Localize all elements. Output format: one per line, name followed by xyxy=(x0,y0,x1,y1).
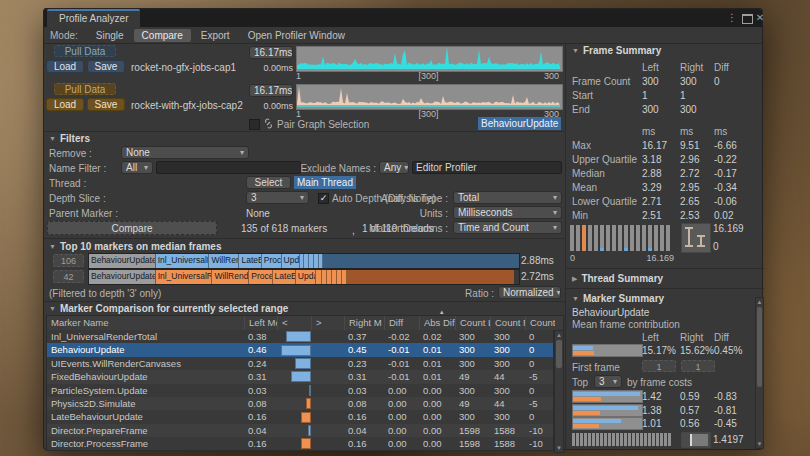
scroll-up-icon[interactable]: ▲ xyxy=(756,299,763,305)
column-header-count-r[interactable]: Count R xyxy=(490,316,525,331)
marker-summary-histogram[interactable] xyxy=(572,432,672,446)
comparison-bar xyxy=(295,358,311,369)
value-cell: 0 xyxy=(525,330,554,343)
pair-graph-checkbox[interactable] xyxy=(249,119,260,130)
units-dropdown[interactable]: Milliseconds▾ xyxy=(453,206,562,219)
column-header-diff[interactable]: Diff xyxy=(384,316,419,331)
menu-icon[interactable]: ⋮ xyxy=(726,9,738,27)
scroll-down-icon[interactable]: ▼ xyxy=(756,441,763,447)
top10-value-left: 2.88ms xyxy=(521,254,554,267)
window-titlebar[interactable]: Profile Analyzer ⋮ ✕ xyxy=(44,9,762,27)
column-header-left-me[interactable]: Left Me xyxy=(244,316,277,331)
load-button-left[interactable]: Load xyxy=(46,60,84,73)
column-header--[interactable]: > xyxy=(311,316,344,331)
frame-graph-left[interactable] xyxy=(296,46,563,72)
marker-summary-scrollbar[interactable]: ▲ ▼ xyxy=(755,297,764,449)
compare-button[interactable]: Compare xyxy=(47,221,217,235)
name-filter-mode-dropdown[interactable]: All▾ xyxy=(121,161,153,174)
column-header-marker-name[interactable]: Marker Name xyxy=(47,316,244,331)
stat-right: 2.53 xyxy=(680,209,699,222)
top10-header[interactable]: ▼Top 10 markers on median frames xyxy=(49,241,221,252)
value-cell: 300 xyxy=(490,343,525,356)
column-header-right-m[interactable]: Right M xyxy=(344,316,384,331)
scroll-up-icon[interactable]: ▲ xyxy=(555,332,563,338)
table-row[interactable]: LateBehaviourUpdate0.160.160.000.0030030… xyxy=(47,410,553,423)
table-row[interactable]: Inl_UniversalRenderTotal0.380.37-0.020.0… xyxy=(47,330,553,343)
table-row[interactable]: Director.PrepareFrame0.040.040.000.00159… xyxy=(47,424,553,437)
table-row[interactable]: BehaviourUpdate0.460.45-0.010.013003000 xyxy=(47,343,553,356)
stat-label: End xyxy=(572,103,590,116)
frame-summary-boxplot[interactable] xyxy=(681,223,711,253)
pull-data-button-right[interactable]: Pull Data xyxy=(54,83,116,95)
frame-graph-right[interactable] xyxy=(296,84,563,110)
top10-bar-left[interactable]: BehaviourUpdateInl_UniversalRWillRenLate… xyxy=(88,253,520,269)
table-row[interactable]: Physics2D.Simulate0.080.080.000.004944-5 xyxy=(47,397,553,410)
mode-single[interactable]: Single xyxy=(88,29,132,42)
load-button-right[interactable]: Load xyxy=(46,98,84,111)
y-axis-scale-dropdown-right[interactable]: 16.17ms▾ xyxy=(249,84,293,97)
depth-slice-dropdown[interactable]: 3▾ xyxy=(246,191,309,204)
table-row[interactable]: ParticleSystem.Update0.030.030.000.00300… xyxy=(47,384,553,397)
value-cell: -10 xyxy=(525,424,554,437)
first-frame-button-right[interactable]: 1 xyxy=(681,360,715,372)
auto-depth-checkbox[interactable]: ✓ xyxy=(318,193,329,204)
selected-marker-chip[interactable]: BehaviourUpdate xyxy=(478,117,561,130)
value-cell: 0.16 xyxy=(344,437,384,450)
thread-select-button[interactable]: Select xyxy=(246,176,291,189)
column-header-count-l[interactable]: Count L xyxy=(455,316,490,331)
value-cell: 300 xyxy=(455,330,490,343)
exclude-mode-dropdown[interactable]: Any▾ xyxy=(379,161,409,174)
comparison-header[interactable]: ▼Marker Comparison for currently selecte… xyxy=(49,303,288,314)
thread-summary-header[interactable]: ▶Thread Summary xyxy=(572,273,663,284)
top10-bar-right[interactable]: BehaviourUpdateInl_UniversalReWillRendeP… xyxy=(88,269,520,285)
column-header-count-d[interactable]: Count D xyxy=(525,316,555,331)
mode-compare[interactable]: Compare xyxy=(134,29,191,42)
y-axis-scale-dropdown-left[interactable]: 16.17ms▾ xyxy=(249,46,293,59)
mode-export[interactable]: Export xyxy=(193,29,238,42)
mode-open-profiler-window[interactable]: Open Profiler Window xyxy=(240,29,353,42)
maximize-icon[interactable] xyxy=(742,14,753,24)
value-cell: -5 xyxy=(525,397,554,410)
thread-value-chip[interactable]: Main Thread xyxy=(294,176,356,189)
value-cell xyxy=(311,343,344,356)
top10-frame-count-left[interactable]: 106 xyxy=(53,254,84,267)
top-n-dropdown[interactable]: 3▾ xyxy=(594,375,622,388)
first-frame-button-left[interactable]: 1 xyxy=(642,360,676,372)
value-cell: 0.00 xyxy=(384,437,419,450)
name-filter-input[interactable] xyxy=(156,161,301,174)
column-header--[interactable]: < xyxy=(277,316,311,331)
pull-data-button-left[interactable]: Pull Data xyxy=(54,45,116,57)
frame-summary-histogram[interactable] xyxy=(570,223,674,251)
table-row[interactable]: Director.ProcessFrame0.160.160.000.00159… xyxy=(47,437,553,450)
save-button-right[interactable]: Save xyxy=(87,98,125,111)
remove-dropdown[interactable]: None▾ xyxy=(121,146,249,159)
comparison-scrollbar[interactable]: ▲ ▼ xyxy=(554,330,564,453)
filters-header[interactable]: ▼Filters xyxy=(49,133,90,144)
save-button-left[interactable]: Save xyxy=(87,60,125,73)
histogram-bar xyxy=(608,433,611,446)
frame-summary-header[interactable]: ▼Frame Summary xyxy=(572,45,661,56)
scrollbar-thumb[interactable] xyxy=(757,307,762,387)
histogram-bar xyxy=(606,225,610,251)
histogram-bar xyxy=(620,433,623,446)
table-row[interactable]: FixedBehaviourUpdate0.310.31-0.010.01494… xyxy=(47,370,553,383)
scrollbar-thumb[interactable] xyxy=(556,340,562,368)
y-axis-max-left: 16.17ms xyxy=(254,47,292,58)
column-header-abs-diff[interactable]: Abs Diff xyxy=(419,316,455,331)
exclude-names-input[interactable]: Editor Profiler xyxy=(412,161,562,174)
scroll-down-icon[interactable]: ▼ xyxy=(555,445,563,451)
value-cell: 0.37 xyxy=(344,330,384,343)
dropdown-arrow-icon: ▾ xyxy=(553,223,557,232)
tab-profile-analyzer[interactable]: Profile Analyzer xyxy=(47,9,140,29)
top10-segment: WillRende xyxy=(212,270,249,284)
top10-segment: Inl_UniversalR xyxy=(156,254,210,268)
marker-summary-header[interactable]: ▼Marker Summary xyxy=(572,293,664,304)
marker-columns-dropdown[interactable]: Time and Count▾ xyxy=(453,221,562,234)
comparison-bar xyxy=(286,331,311,342)
close-icon[interactable]: ✕ xyxy=(754,9,766,27)
table-row[interactable]: UIEvents.WillRenderCanvases0.240.23-0.01… xyxy=(47,357,553,370)
analysis-type-dropdown[interactable]: Total▾ xyxy=(453,191,562,204)
ratio-dropdown[interactable]: Normalized▾ xyxy=(498,286,561,299)
marker-summary-boxplot[interactable] xyxy=(681,432,711,448)
top10-frame-count-right[interactable]: 42 xyxy=(53,270,84,283)
